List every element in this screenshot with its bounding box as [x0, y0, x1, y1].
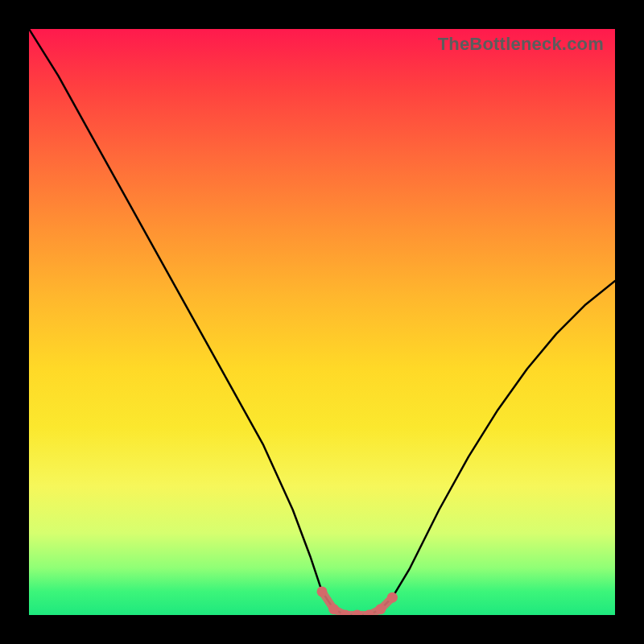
optimal-range-marker: [352, 610, 362, 616]
optimal-range-marker: [387, 592, 398, 603]
bottleneck-curve: [29, 29, 615, 615]
optimal-range-marker: [328, 604, 339, 614]
chart-svg: [29, 29, 615, 615]
marker-layer: [317, 586, 398, 615]
optimal-range-marker: [375, 604, 386, 614]
curve-layer: [29, 29, 615, 615]
optimal-range-marker: [317, 586, 328, 597]
plot-area: TheBottleneck.com: [29, 29, 615, 615]
chart-frame: TheBottleneck.com: [0, 0, 644, 644]
